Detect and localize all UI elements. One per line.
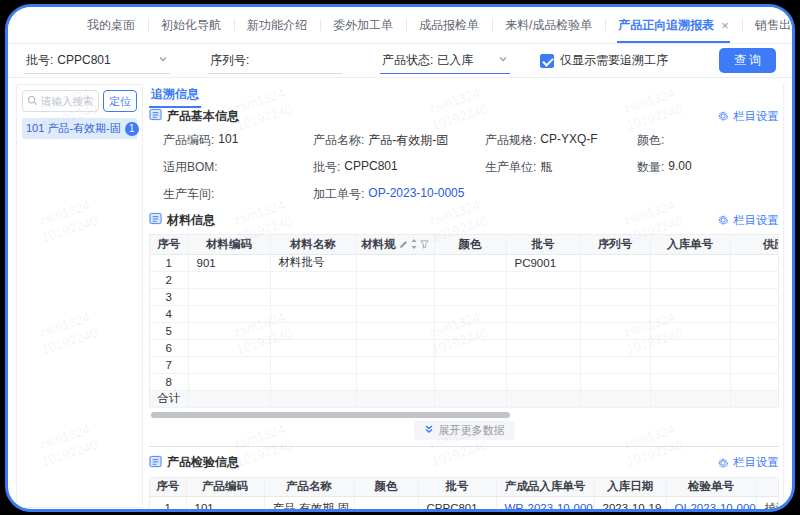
col-batch: 批号	[506, 235, 580, 254]
inspection-link[interactable]: QI-2023-10-0003	[666, 497, 756, 513]
table-row[interactable]: 1901材料批号PC9001	[150, 254, 779, 271]
section-divider	[149, 446, 779, 447]
table-row[interactable]: 8	[150, 373, 779, 390]
tab-incoming-inspection[interactable]: 来料/成品检验单	[492, 7, 605, 43]
section-title: 材料信息	[167, 212, 215, 229]
col-receipt: 入库单号	[650, 235, 730, 254]
field-work-order: 加工单号:OP-2023-10-0005	[313, 186, 485, 203]
col-material-spec: 材料规	[356, 235, 434, 254]
horizontal-scrollbar	[149, 412, 779, 418]
gear-icon	[717, 110, 729, 122]
expand-more-button[interactable]: 展开更多数据	[414, 421, 515, 440]
field-value: 101	[218, 132, 238, 149]
field-label: 产品名称:	[313, 132, 364, 149]
field-color: 颜色:	[637, 132, 779, 149]
table-row[interactable]: 1 101 产品-有效期-固 CPPC801 WR-2023-10-0001 2…	[150, 497, 779, 513]
col-label: 材料规	[361, 238, 396, 250]
batch-select[interactable]: 批号: CPPC801	[24, 48, 170, 74]
field-product-name: 产品名称:产品-有效期-固	[313, 132, 485, 149]
column-settings-button[interactable]: 栏目设置	[717, 213, 779, 228]
table-row[interactable]: 3	[150, 288, 779, 305]
column-settings-label: 栏目设置	[733, 455, 779, 470]
field-batch: 批号:CPPC801	[313, 159, 485, 176]
receipt-link[interactable]: WR-2023-10-0001	[496, 497, 594, 513]
col-seq: 序号	[150, 478, 186, 497]
batch-value: CPPC801	[57, 53, 110, 67]
table-row[interactable]: 2	[150, 271, 779, 288]
tab-outsource-order[interactable]: 委外加工单	[320, 7, 406, 43]
tab-sales-outbound[interactable]: 销售出库单	[742, 7, 795, 43]
count-badge: 1	[125, 122, 139, 136]
col-material-name: 材料名称	[270, 235, 356, 254]
section-title: 产品基本信息	[167, 108, 239, 125]
checkbox-icon[interactable]	[540, 54, 554, 68]
column-settings-button[interactable]: 栏目设置	[717, 109, 779, 124]
tab-finished-report[interactable]: 成品报检单	[406, 7, 492, 43]
tab-label: 来料/成品检验单	[505, 17, 592, 34]
gear-icon	[717, 214, 729, 226]
table-row[interactable]: 4	[150, 305, 779, 322]
tab-init-nav[interactable]: 初始化导航	[148, 7, 234, 43]
section-title: 产品检验信息	[167, 454, 239, 471]
field-production-unit: 生产单位:瓶	[485, 159, 637, 176]
material-info-header: 材料信息 栏目设置	[149, 210, 779, 230]
field-product-code: 产品编码:101	[163, 132, 313, 149]
field-label: 产品编码:	[163, 132, 214, 149]
field-workshop: 生产车间:	[163, 186, 313, 203]
edit-icon[interactable]	[399, 239, 408, 251]
inspection-table-wrap: 序号 产品编码 产品名称 颜色 批号 产成品入库单号 入库日期 检验单号 不合格	[149, 477, 779, 513]
column-settings-label: 栏目设置	[733, 213, 779, 228]
field-bom: 适用BOM:	[163, 159, 313, 176]
field-value: CP-YXQ-F	[540, 132, 597, 149]
field-label: 颜色:	[637, 132, 664, 149]
inspection-header-row: 序号 产品编码 产品名称 颜色 批号 产成品入库单号 入库日期 检验单号 不合格	[150, 478, 779, 497]
sidebar-search-row: 定位	[22, 90, 137, 112]
checkbox-label: 仅显示需要追溯工序	[560, 52, 668, 69]
tab-label: 产品正向追溯报表	[618, 17, 714, 34]
table-row[interactable]: 5	[150, 322, 779, 339]
chevron-down-icon	[158, 53, 168, 67]
table-row[interactable]: 6	[150, 339, 779, 356]
field-value: 9.00	[668, 159, 691, 176]
serial-input[interactable]: 序列号:	[208, 48, 342, 74]
tab-new-features[interactable]: 新功能介绍	[234, 7, 320, 43]
tab-label: 销售出库单	[755, 17, 795, 34]
field-value: CPPC801	[344, 159, 397, 176]
filter-icon[interactable]	[420, 239, 429, 251]
material-table: 序号 材料编码 材料名称 材料规 颜色 批号 序列号 入库单号 供应商 1901…	[150, 235, 779, 408]
document-icon	[149, 211, 162, 229]
page-body: 定位 101 产品-有效期-固 1 追溯信息 产品基本信息 栏目设置	[8, 78, 792, 512]
table-row[interactable]: 7	[150, 356, 779, 373]
field-value: 产品-有效期-固	[368, 132, 448, 149]
product-status-select[interactable]: 产品状态: 已入库	[380, 48, 510, 74]
col-color: 颜色	[434, 235, 506, 254]
col-receipt-no: 产成品入库单号	[496, 478, 594, 497]
query-button[interactable]: 查询	[719, 48, 776, 73]
col-product-name: 产品名称	[264, 478, 354, 497]
gear-icon	[717, 457, 729, 469]
col-inspection-no: 检验单号	[666, 478, 756, 497]
scrollbar-thumb[interactable]	[151, 412, 510, 418]
col-serial: 序列号	[580, 235, 650, 254]
sidebar-item-product-101[interactable]: 101 产品-有效期-固 1	[22, 118, 137, 139]
close-icon[interactable]: ×	[721, 19, 729, 32]
trace-only-checkbox[interactable]: 仅显示需要追溯工序	[540, 52, 668, 69]
work-order-link[interactable]: OP-2023-10-0005	[368, 186, 464, 203]
field-label: 适用BOM:	[163, 159, 218, 176]
locate-button[interactable]: 定位	[103, 90, 137, 112]
sidebar-search-box[interactable]	[22, 90, 99, 112]
column-settings-label: 栏目设置	[733, 109, 779, 124]
col-supplier: 供应商	[730, 235, 779, 254]
app-window: 我的桌面 初始化导航 新功能介绍 委外加工单 成品报检单 来料/成品检验单 产品…	[5, 4, 795, 512]
expand-row: 展开更多数据	[149, 421, 779, 440]
col-color: 颜色	[354, 478, 418, 497]
batch-label: 批号:	[26, 52, 53, 69]
search-input[interactable]	[41, 95, 94, 107]
tab-my-desktop[interactable]: 我的桌面	[74, 7, 148, 43]
sort-icon[interactable]	[410, 239, 418, 251]
column-settings-button[interactable]: 栏目设置	[717, 455, 779, 470]
tab-trace-info[interactable]: 追溯信息	[149, 86, 201, 108]
sidebar: 定位 101 产品-有效期-固 1	[16, 84, 143, 508]
tab-label: 新功能介绍	[247, 17, 307, 34]
tab-product-trace-report[interactable]: 产品正向追溯报表 ×	[605, 7, 742, 43]
